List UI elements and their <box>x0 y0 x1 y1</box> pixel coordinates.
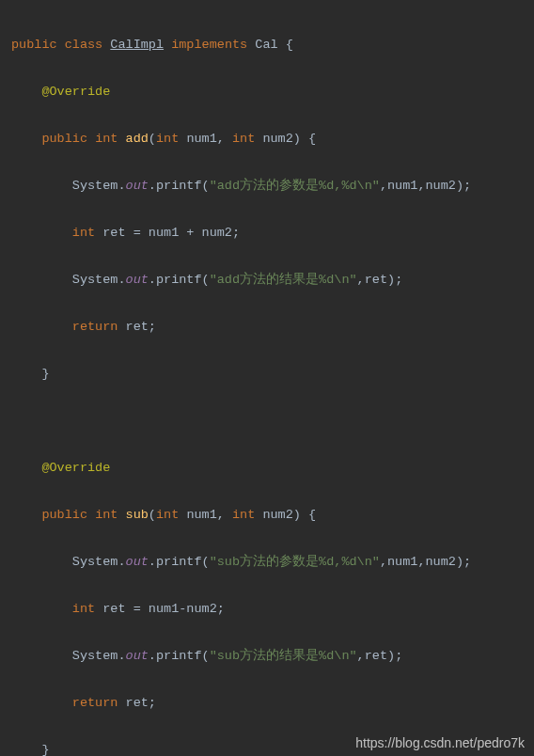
dot: . <box>118 273 125 287</box>
paren-close: ) <box>293 508 301 522</box>
field-out: out <box>126 555 149 569</box>
code-line: System.out.printf("add方法的结果是%d\n",ret); <box>11 268 534 291</box>
keyword-return: return <box>72 696 118 710</box>
param-num2: num2 <box>262 132 292 146</box>
method-printf: printf <box>156 179 202 193</box>
semicolon: ; <box>463 179 471 193</box>
comma: , <box>357 273 365 287</box>
blank-line <box>11 409 534 433</box>
class-name: CalImpl <box>110 38 164 52</box>
string-literal: "add方法的结果是%d\n" <box>210 273 357 287</box>
dot: . <box>149 555 156 569</box>
code-line: System.out.printf("add方法的参数是%d,%d\n",num… <box>11 174 534 197</box>
arg-ret: ret <box>365 649 387 663</box>
keyword-implements: implements <box>171 38 247 52</box>
identifier-system: System <box>72 649 118 663</box>
comma: , <box>417 179 425 193</box>
code-line: @Override <box>11 80 534 103</box>
code-line: return ret; <box>11 691 534 715</box>
paren-open: ( <box>149 508 156 522</box>
keyword-int: int <box>156 508 179 522</box>
interface-name: Cal <box>255 38 277 52</box>
semicolon: ; <box>395 273 402 287</box>
brace-open: { <box>308 508 316 522</box>
arg-ret: ret <box>365 273 387 287</box>
semicolon: ; <box>149 320 156 334</box>
keyword-int: int <box>232 132 255 146</box>
dot: . <box>149 649 156 663</box>
keyword-return: return <box>72 320 118 334</box>
string-literal: "sub方法的结果是%d\n" <box>210 649 357 663</box>
code-line: public int sub(int num1, int num2) { <box>11 503 534 527</box>
comma: , <box>380 555 387 569</box>
keyword-class: class <box>65 38 103 52</box>
brace-open: { <box>308 132 316 146</box>
paren-close: ) <box>293 132 301 146</box>
paren-close: ) <box>456 555 463 569</box>
annotation-override: @Override <box>41 85 110 99</box>
semicolon: ; <box>463 555 471 569</box>
arg-num1: num1 <box>387 555 417 569</box>
comma: , <box>217 132 232 146</box>
string-literal: "add方法的参数是%d,%d\n" <box>210 179 380 193</box>
keyword-public: public <box>41 508 87 522</box>
code-line: int ret = num1-num2; <box>11 597 534 621</box>
field-out: out <box>126 179 149 193</box>
expression: num1 + num2 <box>149 226 232 240</box>
var-ret: ret <box>102 226 125 240</box>
paren-open: ( <box>202 273 210 287</box>
code-line: public class CalImpl implements Cal { <box>11 33 534 56</box>
arg-num2: num2 <box>426 179 456 193</box>
code-line: public int add(int num1, int num2) { <box>11 127 534 150</box>
keyword-int: int <box>156 132 179 146</box>
identifier-system: System <box>72 555 118 569</box>
method-printf: printf <box>156 555 202 569</box>
var-ret: ret <box>126 320 149 334</box>
arg-num1: num1 <box>387 179 417 193</box>
var-ret: ret <box>126 696 149 710</box>
dot: . <box>149 273 156 287</box>
brace-open: { <box>286 38 293 52</box>
comma: , <box>417 555 425 569</box>
comma: , <box>357 649 365 663</box>
watermark-text: https://blog.csdn.net/pedro7k <box>355 735 525 750</box>
expression: num1-num2 <box>149 602 217 616</box>
keyword-int: int <box>232 508 255 522</box>
brace-close: } <box>41 743 49 756</box>
semicolon: ; <box>149 696 156 710</box>
field-out: out <box>126 649 149 663</box>
method-printf: printf <box>156 273 202 287</box>
semicolon: ; <box>232 226 240 240</box>
paren-close: ) <box>387 649 395 663</box>
code-line: } <box>11 362 534 386</box>
keyword-int: int <box>72 226 95 240</box>
paren-open: ( <box>202 555 210 569</box>
keyword-public: public <box>11 38 57 52</box>
param-num1: num1 <box>186 132 216 146</box>
identifier-system: System <box>72 179 118 193</box>
annotation-override: @Override <box>41 461 110 475</box>
keyword-int: int <box>72 602 95 616</box>
keyword-int: int <box>95 132 118 146</box>
code-line: @Override <box>11 456 534 480</box>
comma: , <box>380 179 387 193</box>
dot: . <box>118 179 125 193</box>
dot: . <box>118 649 125 663</box>
code-line: System.out.printf("sub方法的结果是%d\n",ret); <box>11 644 534 668</box>
method-printf: printf <box>156 649 202 663</box>
field-out: out <box>126 273 149 287</box>
paren-open: ( <box>202 649 210 663</box>
keyword-public: public <box>41 132 87 146</box>
brace-close: } <box>41 367 49 381</box>
method-name-add: add <box>126 132 149 146</box>
string-literal: "sub方法的参数是%d,%d\n" <box>210 555 380 569</box>
paren-close: ) <box>456 179 463 193</box>
semicolon: ; <box>395 649 402 663</box>
equals: = <box>126 602 149 616</box>
code-editor[interactable]: public class CalImpl implements Cal { @O… <box>0 0 534 756</box>
code-line: return ret; <box>11 315 534 339</box>
equals: = <box>126 226 149 240</box>
paren-open: ( <box>149 132 156 146</box>
identifier-system: System <box>72 273 118 287</box>
dot: . <box>149 179 156 193</box>
